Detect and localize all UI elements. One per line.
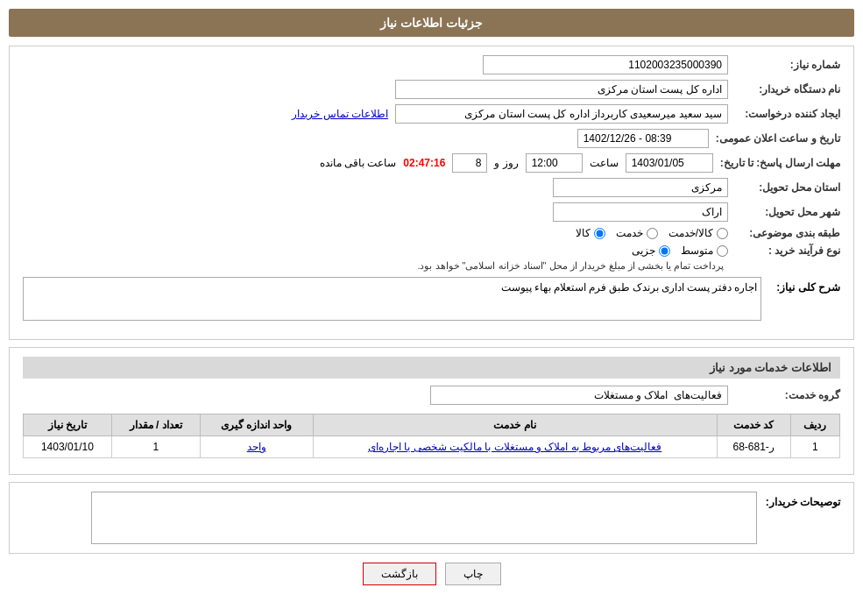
announce-input (577, 129, 709, 148)
purchase-medium-option[interactable]: متوسط (681, 244, 728, 257)
purchase-type-label: نوع فرآیند خرید : (735, 244, 840, 257)
response-time-input (526, 153, 583, 173)
response-countdown: 02:47:16 (403, 157, 445, 169)
category-goods-service-label: کالا/خدمت (668, 227, 713, 239)
buyer-desc-textarea[interactable] (91, 492, 757, 544)
category-service-label: خدمت (616, 227, 643, 239)
response-days-label: روز و (494, 157, 518, 169)
purchase-medium-radio[interactable] (717, 245, 728, 257)
category-goods-radio[interactable] (594, 228, 605, 239)
creator-label: ایجاد کننده درخواست: (735, 108, 840, 120)
purchase-partial-label: جزیی (632, 244, 655, 257)
need-number-label: شماره نیاز: (735, 59, 840, 71)
category-goods-service-option[interactable]: کالا/خدمت (668, 227, 728, 239)
row-number: 1 (790, 436, 839, 458)
need-number-input[interactable] (483, 55, 728, 74)
category-goods-option[interactable]: کالا (576, 227, 605, 239)
page-title: جزئیات اطلاعات نیاز (9, 9, 854, 37)
need-desc-text: اجاره دفتر پست اداری برندک طبق فرم استعل… (501, 281, 757, 294)
row-unit[interactable]: واحد (200, 436, 313, 458)
row-code: ر-681-68 (717, 436, 790, 458)
category-goods-label: کالا (576, 227, 591, 239)
buyer-desc-label: توصیحات خریدار: (766, 492, 840, 508)
purchase-note: پرداخت تمام یا بخشی از مبلغ خریدار از مح… (417, 260, 724, 272)
purchase-medium-label: متوسط (681, 244, 713, 257)
table-row: 1 ر-681-68 فعالیت‌های مربوط به املاک و م… (24, 436, 840, 458)
category-radio-group: کالا/خدمت خدمت کالا (576, 227, 728, 239)
services-section-title: اطلاعات خدمات مورد نیاز (23, 357, 840, 379)
creator-contact-link[interactable]: اطلاعات تماس خریدار (292, 108, 388, 120)
need-desc-label: شرح کلی نیاز: (770, 277, 840, 294)
response-date-input (626, 153, 713, 173)
province-input (553, 178, 728, 197)
table-header-quantity: تعداد / مقدار (111, 414, 200, 436)
response-days-input (452, 153, 487, 173)
table-header-unit: واحد اندازه گیری (200, 414, 313, 436)
buyer-org-label: نام دستگاه خریدار: (735, 83, 840, 96)
purchase-radio-group: متوسط جزیی (417, 244, 728, 257)
service-group-label: گروه خدمت: (735, 389, 840, 401)
row-date: 1403/01/10 (24, 436, 112, 458)
announce-label: تاریخ و ساعت اعلان عمومی: (716, 132, 840, 145)
category-goods-service-radio[interactable] (717, 228, 728, 239)
response-time-label: ساعت (590, 157, 619, 169)
category-label: طبقه بندی موضوعی: (735, 227, 840, 239)
city-input (553, 202, 728, 222)
category-service-option[interactable]: خدمت (616, 227, 658, 239)
table-header-row: ردیف (790, 414, 839, 436)
response-countdown-label: ساعت باقی مانده (320, 157, 397, 169)
category-service-radio[interactable] (647, 228, 658, 239)
services-table: ردیف کد خدمت نام خدمت واحد اندازه گیری ت… (23, 414, 840, 458)
row-service-name[interactable]: فعالیت‌های مربوط به املاک و مستغلات با م… (313, 436, 717, 458)
row-quantity: 1 (111, 436, 200, 458)
back-button[interactable]: بازگشت (363, 563, 436, 585)
table-header-service-name: نام خدمت (313, 414, 717, 436)
buyer-org-input[interactable] (395, 80, 728, 99)
bottom-buttons: چاپ بازگشت (9, 563, 854, 585)
service-group-input (430, 386, 728, 405)
city-label: شهر محل تحویل: (735, 206, 840, 218)
creator-input (395, 104, 728, 124)
table-header-code: کد خدمت (717, 414, 790, 436)
purchase-partial-option[interactable]: جزیی (632, 244, 670, 257)
purchase-partial-radio[interactable] (659, 245, 670, 257)
print-button[interactable]: چاپ (445, 563, 501, 585)
table-header-date: تاریخ نیاز (24, 414, 112, 436)
province-label: استان محل تحویل: (735, 181, 840, 194)
response-deadline-label: مهلت ارسال پاسخ: تا تاریخ: (720, 157, 840, 169)
